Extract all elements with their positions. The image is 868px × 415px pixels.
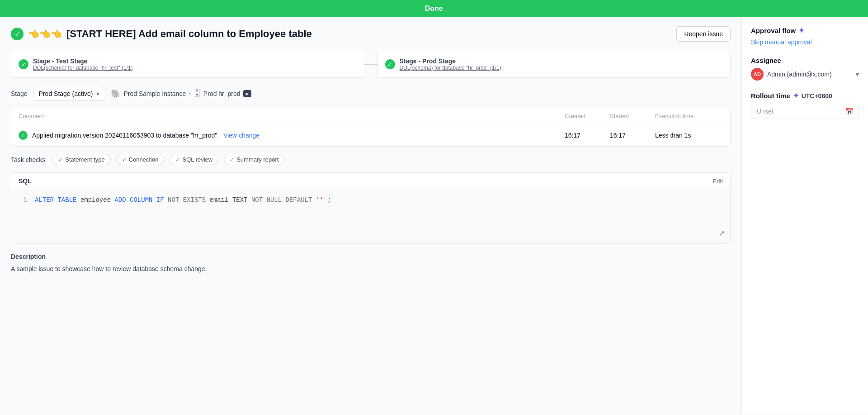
stage-selector-label: Stage bbox=[11, 90, 28, 97]
rollout-time-title: Rollout time ✦ UTC+0800 bbox=[751, 91, 859, 100]
page-title: [START HERE] Add email column to Employe… bbox=[66, 28, 312, 40]
stage-test-check-icon: ✓ bbox=[19, 59, 28, 69]
sql-code-area: 1 ALTER TABLE employee ADD COLUMN IF NOT… bbox=[11, 189, 730, 243]
migration-started: 16:17 bbox=[610, 132, 655, 139]
col-started: Started bbox=[610, 113, 655, 119]
check-badge-connection[interactable]: ✓ Connection bbox=[116, 154, 165, 165]
stage-select-dropdown[interactable]: Prod Stage (active) ▾ bbox=[33, 87, 106, 100]
status-banner: Done bbox=[0, 0, 868, 17]
assignee-label: Assignee bbox=[751, 57, 781, 64]
sparkle-icon-rollout: ✦ bbox=[793, 91, 799, 100]
approval-flow-label: Approval flow bbox=[751, 27, 796, 34]
stage-connector bbox=[364, 64, 377, 65]
banner-text: Done bbox=[425, 5, 443, 12]
instance-icon: 🐘 bbox=[111, 89, 121, 99]
stage-item-prod[interactable]: ✓ Stage - Prod Stage DDL(schema) for dat… bbox=[377, 51, 731, 78]
row-check-icon: ✓ bbox=[19, 131, 28, 140]
instance-name[interactable]: Prod Sample Instance bbox=[123, 90, 186, 97]
stage-prod-db[interactable]: DDL(schema) for database "hr_prod" (1/1) bbox=[400, 65, 501, 71]
description-text: A sample issue to showcase how to review… bbox=[11, 264, 731, 274]
check-mark-icon: ✓ bbox=[175, 157, 180, 163]
stage-prod-name: Stage - Prod Stage bbox=[400, 57, 501, 65]
stage-item-test[interactable]: ✓ Stage - Test Stage DDL(schema) for dat… bbox=[11, 51, 364, 78]
timezone-text: UTC+0800 bbox=[802, 92, 832, 100]
sidebar-assignee: Assignee AD Admin (admin@x.com) ▾ bbox=[751, 57, 859, 81]
rollout-time-input[interactable]: Unset 📅 bbox=[751, 104, 859, 119]
check-badge-label: Statement type bbox=[65, 156, 104, 163]
terminal-icon[interactable]: ► bbox=[243, 90, 252, 97]
sidebar-rollout-time: Rollout time ✦ UTC+0800 Unset 📅 bbox=[751, 91, 859, 119]
task-checks-label: Task checks bbox=[11, 156, 45, 163]
sql-semicolon: ; bbox=[327, 196, 331, 204]
stage-prod-info: Stage - Prod Stage DDL(schema) for datab… bbox=[400, 57, 501, 71]
unset-placeholder: Unset bbox=[757, 108, 774, 115]
description-section: Description A sample issue to showcase h… bbox=[11, 253, 731, 274]
sql-edit-button[interactable]: Edit bbox=[713, 178, 723, 185]
check-badge-label: Summary report bbox=[236, 156, 278, 163]
reopen-button[interactable]: Reopen issue bbox=[676, 26, 731, 42]
stage-prod-check-icon: ✓ bbox=[385, 59, 395, 69]
expand-icon[interactable]: ⤢ bbox=[719, 229, 725, 238]
stage-test-name: Stage - Test Stage bbox=[33, 57, 133, 65]
skip-manual-approval-link[interactable]: Skip manual approval bbox=[751, 38, 859, 46]
stage-test-info: Stage - Test Stage DDL(schema) for datab… bbox=[33, 57, 133, 71]
sql-default-value: '' bbox=[316, 196, 324, 204]
migration-table-header: Comment Created Started Execution time bbox=[11, 108, 730, 124]
stage-pipeline: ✓ Stage - Test Stage DDL(schema) for dat… bbox=[11, 51, 731, 78]
rollout-time-label: Rollout time bbox=[751, 92, 790, 100]
sql-text-email: email TEXT bbox=[210, 196, 251, 204]
stage-selector-row: Stage Prod Stage (active) ▾ 🐘 Prod Sampl… bbox=[11, 87, 731, 100]
assignee-row[interactable]: AD Admin (admin@x.com) ▾ bbox=[751, 68, 859, 81]
sparkle-icon: ✦ bbox=[798, 26, 804, 35]
status-icon: ✓ bbox=[11, 28, 24, 40]
check-mark-icon: ✓ bbox=[230, 157, 234, 163]
sql-keyword-not-null: NOT NULL DEFAULT bbox=[251, 196, 312, 204]
table-row: ✓ Applied migration version 202401160539… bbox=[11, 124, 730, 146]
approval-flow-title: Approval flow ✦ bbox=[751, 26, 859, 35]
check-badge-statement-type[interactable]: ✓ Statement type bbox=[52, 154, 110, 165]
sidebar: Approval flow ✦ Skip manual approval Ass… bbox=[741, 17, 868, 414]
check-badge-label: SQL review bbox=[182, 156, 212, 163]
emoji-icons: 👈👈👈 bbox=[28, 29, 62, 39]
stage-test-db[interactable]: DDL(schema) for database "hr_test" (1/1) bbox=[33, 65, 133, 71]
avatar: AD bbox=[751, 68, 764, 81]
assignee-name: Admin (admin@x.com) bbox=[767, 71, 832, 78]
migration-table: Comment Created Started Execution time ✓… bbox=[11, 108, 731, 147]
sql-keyword-alter: ALTER TABLE bbox=[35, 196, 76, 204]
chevron-down-icon: ▾ bbox=[856, 71, 859, 78]
breadcrumb-separator: › bbox=[189, 90, 191, 97]
migration-comment-text: Applied migration version 20240116053903… bbox=[32, 132, 219, 139]
issue-title-row: ✓ 👈👈👈 [START HERE] Add email column to E… bbox=[11, 28, 312, 40]
sidebar-approval-flow: Approval flow ✦ Skip manual approval bbox=[751, 26, 859, 46]
db-name[interactable]: Prod hr_prod bbox=[203, 90, 241, 97]
stage-select-value: Prod Stage (active) bbox=[39, 90, 93, 97]
task-checks-row: Task checks ✓ Statement type ✓ Connectio… bbox=[11, 154, 731, 165]
db-icon: 🗄 bbox=[193, 90, 201, 98]
sql-section-header: SQL Edit bbox=[11, 173, 730, 189]
sql-code-content: ALTER TABLE employee ADD COLUMN IF NOT E… bbox=[35, 196, 723, 204]
sql-section-title: SQL bbox=[19, 177, 32, 185]
calendar-icon: 📅 bbox=[845, 108, 853, 115]
migration-comment-cell: ✓ Applied migration version 202401160539… bbox=[19, 131, 565, 140]
stage-breadcrumb: 🐘 Prod Sample Instance › 🗄 Prod hr_prod … bbox=[111, 89, 251, 99]
sql-keyword-not-exists: NOT EXISTS bbox=[168, 196, 206, 204]
sql-line-1: 1 ALTER TABLE employee ADD COLUMN IF NOT… bbox=[19, 196, 723, 204]
col-created: Created bbox=[565, 113, 610, 119]
check-badge-label: Connection bbox=[129, 156, 159, 163]
chevron-down-icon: ▾ bbox=[96, 90, 99, 97]
check-badge-sql-review[interactable]: ✓ SQL review bbox=[170, 154, 218, 165]
col-execution: Execution time bbox=[655, 113, 723, 119]
assignee-title: Assignee bbox=[751, 57, 859, 64]
check-badge-summary-report[interactable]: ✓ Summary report bbox=[224, 154, 284, 165]
col-comment: Comment bbox=[19, 113, 565, 119]
sql-text-employee: employee bbox=[80, 196, 115, 204]
description-title: Description bbox=[11, 253, 731, 260]
check-mark-icon: ✓ bbox=[58, 157, 63, 163]
sql-keyword-add: ADD COLUMN IF bbox=[114, 196, 164, 204]
migration-created: 16:17 bbox=[565, 132, 610, 139]
check-mark-icon: ✓ bbox=[122, 157, 127, 163]
issue-header: ✓ 👈👈👈 [START HERE] Add email column to E… bbox=[11, 26, 731, 42]
migration-execution-time: Less than 1s bbox=[655, 132, 723, 139]
view-change-link[interactable]: View change bbox=[223, 132, 259, 139]
sql-section: SQL Edit 1 ALTER TABLE employee ADD COLU… bbox=[11, 172, 731, 244]
